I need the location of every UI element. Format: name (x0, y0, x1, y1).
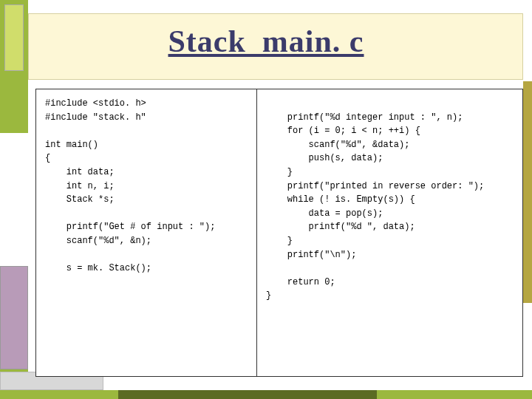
slide-title: Stack_main. c (0, 24, 532, 59)
code-block-right: printf("%d integer input : ", n); for (i… (256, 89, 523, 377)
code-block-left: #include <stdio. h> #include "stack. h" … (35, 89, 257, 377)
left-decor-white (0, 133, 28, 266)
code-container: #include <stdio. h> #include "stack. h" … (35, 89, 523, 377)
right-decor-olive (523, 81, 532, 303)
bottom-decor-dark (118, 390, 377, 399)
left-decor-purple (0, 266, 28, 369)
